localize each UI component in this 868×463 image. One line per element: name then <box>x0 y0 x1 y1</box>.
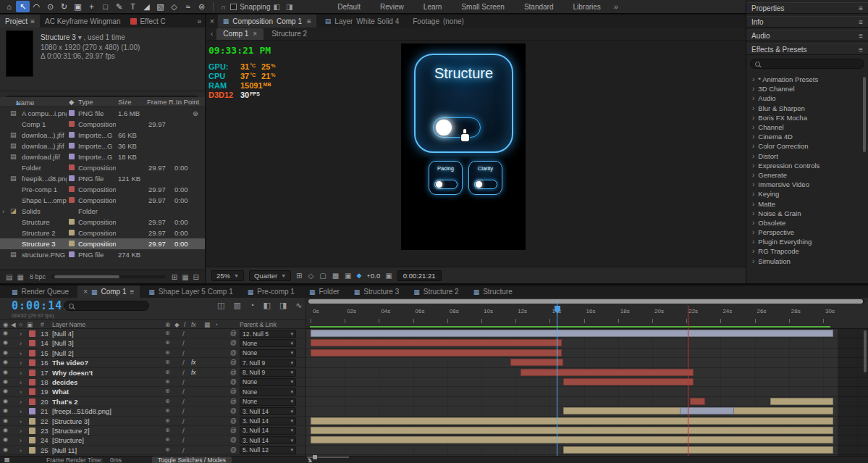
camera-snapshot-icon[interactable]: ▣ <box>345 272 351 280</box>
label-color-chip[interactable] <box>69 164 75 170</box>
panel-menu-icon[interactable]: ≡ <box>859 46 863 54</box>
pickwhip-icon[interactable]: @ <box>230 417 237 425</box>
visibility-eye-icon[interactable]: ◉ <box>3 398 8 404</box>
region-of-interest-icon[interactable]: ▢ <box>319 272 326 280</box>
frame-blending-icon[interactable]: ◧ <box>263 301 270 310</box>
quality-switch-icon[interactable]: / <box>182 349 185 357</box>
quality-switch-icon[interactable]: / <box>182 427 185 435</box>
pickwhip-icon[interactable]: @ <box>230 378 237 385</box>
layer-duration-bar[interactable] <box>311 417 833 425</box>
timeline-search-input[interactable] <box>64 301 149 311</box>
column-size[interactable]: Size <box>118 98 131 106</box>
label-color-chip[interactable] <box>69 241 75 246</box>
mask-visibility-icon[interactable]: ◇ <box>308 272 314 280</box>
project-hscrollbar[interactable] <box>51 275 166 278</box>
layer-row[interactable]: ◉›16The video?⊕/fx@7. Null 9▾ <box>0 358 306 367</box>
close-icon[interactable]: × <box>83 288 88 296</box>
panel-menu-icon[interactable]: ≡ <box>859 4 863 12</box>
panel-menu-icon[interactable]: ≡ <box>307 17 311 25</box>
brush-tool-icon[interactable]: ◢ <box>140 1 153 12</box>
layer-row[interactable]: ◉›14[Null 3]⊕/@None▾ <box>0 338 306 348</box>
new-composition-icon[interactable]: ▦ <box>182 273 188 281</box>
magnification-select[interactable]: 25% ▼ <box>211 270 244 281</box>
eraser-tool-icon[interactable]: ◇ <box>167 1 181 12</box>
orbit-tool-icon[interactable]: ↻ <box>57 1 71 12</box>
layer-row[interactable]: ◉›23[Structure 2]⊕/@3. Null 14▾ <box>0 426 306 435</box>
effects-category-rg-trapcode[interactable]: ›RG Trapcode <box>746 246 868 256</box>
workspace-libraries[interactable]: Libraries <box>573 3 600 11</box>
delete-item-icon[interactable]: ⊟ <box>193 273 199 281</box>
visibility-eye-icon[interactable]: ◉ <box>3 349 8 356</box>
parent-dropdown[interactable]: 12. Null 5▾ <box>240 330 296 338</box>
tab-overflow-icon[interactable]: » <box>197 17 201 25</box>
shy-layers-icon[interactable]: ◔ <box>250 301 255 310</box>
tab-composition[interactable]: ▦ Composition Comp 1 ≡ <box>218 14 316 28</box>
pickwhip-icon[interactable]: @ <box>230 446 237 454</box>
layer-row[interactable]: ◉›24[Structure]⊕/@3. Null 14▾ <box>0 435 306 445</box>
pickwhip-icon[interactable]: @ <box>230 407 237 414</box>
project-row[interactable]: ▤freepik...d8.pngPNG file121 KB <box>0 173 205 184</box>
label-color-chip[interactable] <box>69 251 75 257</box>
label-color-chip[interactable] <box>69 132 75 138</box>
effects-category-expression-controls[interactable]: ›Expression Controls <box>746 161 868 170</box>
effects-category-generate[interactable]: ›Generate <box>746 170 868 180</box>
expand-icon[interactable]: › <box>20 427 22 435</box>
label-color-chip[interactable] <box>69 175 75 181</box>
effects-search-input[interactable] <box>750 59 864 69</box>
label-color-chip[interactable] <box>29 370 35 376</box>
layer-duration-bar[interactable] <box>770 398 833 405</box>
column-layer-name[interactable]: Layer Name <box>52 321 85 328</box>
expand-icon[interactable]: › <box>20 359 22 367</box>
layer-name[interactable]: [freepi...516d8.png] <box>52 407 161 415</box>
expand-icon[interactable]: › <box>20 369 22 377</box>
timeline-track-row[interactable] <box>306 435 868 445</box>
panel-menu-icon[interactable]: ≡ <box>30 17 35 25</box>
collapse-switch-icon[interactable]: ⊕ <box>165 339 170 346</box>
label-color-chip[interactable] <box>69 154 75 159</box>
collapse-switch-icon[interactable]: ⊕ <box>165 446 170 453</box>
work-area-bar[interactable] <box>310 326 830 328</box>
playhead-line[interactable] <box>557 301 557 456</box>
preview-timecode[interactable]: 0:00:21:21 <box>397 270 442 281</box>
effects-category-plugin-everything[interactable]: ›Plugin Everything <box>746 237 868 246</box>
parent-dropdown[interactable]: 7. Null 9▾ <box>240 359 296 367</box>
color-depth-label[interactable]: 8 bpc <box>30 273 46 280</box>
shape-tool-icon[interactable]: □ <box>98 1 112 12</box>
timeline-tab-structure[interactable]: ▦Structure <box>468 285 518 298</box>
layer-name[interactable]: [Null 3] <box>52 339 161 347</box>
effects-category-matte[interactable]: ›Matte <box>746 199 868 208</box>
label-color-chip[interactable] <box>69 186 75 192</box>
parent-dropdown[interactable]: 3. Null 14▾ <box>240 417 296 425</box>
layer-name[interactable]: decides <box>52 378 161 386</box>
panel-menu-icon[interactable]: ≡ <box>859 18 863 26</box>
section-info[interactable]: Info ≡ <box>746 16 868 28</box>
choose-grid-icon[interactable]: ⊞ <box>296 272 302 280</box>
new-folder-icon[interactable]: ⊞ <box>172 273 177 281</box>
tab-project[interactable]: Project ≡ <box>0 14 40 28</box>
layer-duration-bar[interactable] <box>563 446 833 454</box>
pickwhip-icon[interactable]: @ <box>230 436 237 443</box>
timeline-track-row[interactable] <box>306 406 868 416</box>
layer-name[interactable]: The video? <box>52 359 161 367</box>
workspace-default[interactable]: Default <box>337 3 361 11</box>
expand-icon[interactable]: › <box>20 388 22 396</box>
collapse-switch-icon[interactable]: ⊕ <box>165 427 170 433</box>
layer-duration-bar[interactable] <box>510 359 563 366</box>
layer-row[interactable]: ◉›17Why doesn't⊕/fx@8. Null 9▾ <box>0 368 306 378</box>
pan-behind-tool-icon[interactable]: + <box>85 1 98 12</box>
timeline-track-row[interactable] <box>306 329 868 338</box>
layer-name[interactable]: [Structure] <box>52 436 161 444</box>
effects-category-keying[interactable]: ›Keying <box>746 189 868 199</box>
tab-effect-controls[interactable]: Effect C <box>125 14 170 28</box>
layer-name[interactable]: That's 2 <box>52 398 161 406</box>
pickwhip-icon[interactable]: @ <box>230 339 237 346</box>
layer-name[interactable]: [Null 11] <box>52 446 161 454</box>
snapping-checkbox[interactable] <box>230 4 237 10</box>
effects-category-boris-fx-mocha[interactable]: ›Boris FX Mocha <box>746 113 868 122</box>
column-type[interactable]: Type <box>78 98 93 106</box>
collapse-switch-icon[interactable]: ⊕ <box>165 398 170 404</box>
hand-tool-icon[interactable]: ◠ <box>30 1 43 12</box>
interpret-footage-icon[interactable]: ▤ <box>6 273 12 281</box>
comp-mini-flowchart-icon[interactable]: ◫ <box>217 301 224 310</box>
quality-switch-icon[interactable]: / <box>182 388 185 396</box>
